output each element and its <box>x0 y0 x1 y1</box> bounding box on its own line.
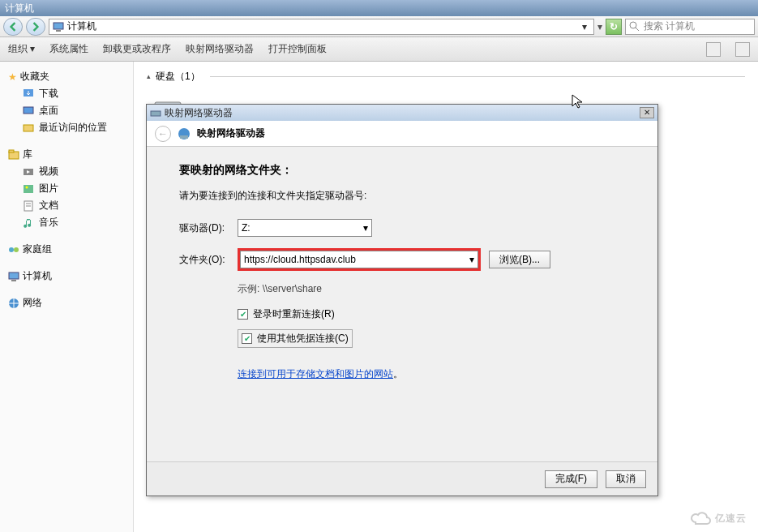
navigation-bar: 计算机 ▾ ▾ ↻ 搜索 计算机 <box>0 16 758 37</box>
help-icon[interactable] <box>735 42 750 57</box>
navigation-sidebar: ★收藏夹 下载 桌面 最近访问的位置 库 视频 图片 文档 音乐 家庭组 计算机… <box>0 62 134 532</box>
download-icon <box>23 88 34 100</box>
svg-rect-11 <box>24 185 33 193</box>
finish-button[interactable]: 完成(F) <box>545 470 597 488</box>
storage-website-link[interactable]: 连接到可用于存储文档和图片的网站 <box>238 368 393 380</box>
open-control-panel[interactable]: 打开控制面板 <box>268 42 327 56</box>
drive-value: Z: <box>242 222 251 234</box>
svg-rect-8 <box>9 150 14 152</box>
search-icon <box>629 21 640 32</box>
refresh-button[interactable]: ↻ <box>606 19 622 35</box>
search-placeholder: 搜索 计算机 <box>644 19 695 33</box>
map-drive-dialog: 映射网络驱动器 ✕ ← 映射网络驱动器 要映射的网络文件夹： 请为要连接到的连接… <box>146 104 658 496</box>
dialog-titlebar[interactable]: 映射网络驱动器 ✕ <box>147 105 657 121</box>
network-header[interactable]: 网络 <box>5 294 128 311</box>
svg-point-2 <box>630 22 636 28</box>
view-icon[interactable] <box>706 42 721 57</box>
recent-icon <box>23 122 34 134</box>
dialog-subheader: ← 映射网络驱动器 <box>147 121 657 147</box>
sidebar-item-documents[interactable]: 文档 <box>5 197 128 214</box>
divider-line <box>210 76 745 77</box>
sidebar-item-music[interactable]: 音乐 <box>5 214 128 231</box>
back-button[interactable] <box>3 18 23 36</box>
forward-button[interactable] <box>26 18 45 36</box>
star-icon: ★ <box>8 71 17 83</box>
folder-combobox[interactable]: https://cloud.httpsdav.club ▾ <box>240 251 478 268</box>
system-properties[interactable]: 系统属性 <box>49 42 88 56</box>
organize-menu[interactable]: 组织 ▾ <box>8 42 35 56</box>
drive-select[interactable]: Z: ▾ <box>238 219 372 237</box>
svg-rect-1 <box>56 30 61 32</box>
explorer-toolbar: 组织 ▾ 系统属性 卸载更或改程序 映射网络驱动器 打开控制面板 <box>0 37 758 62</box>
dialog-title-text: 映射网络驱动器 <box>165 106 233 120</box>
reconnect-checkbox-row[interactable]: ✔ 登录时重新连接(R) <box>238 307 625 321</box>
svg-rect-19 <box>11 280 16 281</box>
svg-rect-0 <box>54 23 63 29</box>
homegroup-icon <box>8 244 19 255</box>
window-titlebar: 计算机 <box>0 0 758 16</box>
dialog-heading: 要映射的网络文件夹： <box>179 163 625 178</box>
map-network-drive[interactable]: 映射网络驱动器 <box>186 42 254 56</box>
watermark: 亿速云 <box>689 511 747 526</box>
svg-rect-5 <box>24 107 33 114</box>
svg-point-17 <box>14 247 19 252</box>
search-box[interactable]: 搜索 计算机 <box>625 19 755 35</box>
address-bar[interactable]: 计算机 ▾ <box>49 19 594 35</box>
svg-rect-25 <box>180 135 188 139</box>
sidebar-item-downloads[interactable]: 下载 <box>5 85 128 102</box>
address-text: 计算机 <box>67 19 96 33</box>
sidebar-item-videos[interactable]: 视频 <box>5 163 128 180</box>
window-title: 计算机 <box>5 2 34 15</box>
svg-line-3 <box>636 28 639 31</box>
uninstall-programs[interactable]: 卸载更或改程序 <box>103 42 171 56</box>
back-arrow-icon[interactable]: ← <box>155 126 171 142</box>
folder-label: 文件夹(O): <box>179 253 229 267</box>
chevron-down-icon: ▾ <box>469 254 474 265</box>
svg-point-16 <box>9 247 14 252</box>
drive-label: 驱动器(D): <box>179 221 229 235</box>
address-dropdown-arrow[interactable]: ▾ <box>597 21 602 32</box>
favorites-header[interactable]: ★收藏夹 <box>5 68 128 85</box>
checkbox-checked-icon: ✔ <box>238 309 248 320</box>
globe-drive-icon <box>178 127 191 140</box>
document-icon <box>23 200 34 212</box>
computer-header[interactable]: 计算机 <box>0 268 133 285</box>
homegroup-header[interactable]: 家庭组 <box>5 241 128 258</box>
video-icon <box>23 166 34 178</box>
chevron-down-icon: ▾ <box>363 222 368 234</box>
checkbox-checked-icon: ✔ <box>242 333 252 344</box>
watermark-text: 亿速云 <box>715 512 747 526</box>
computer-icon <box>53 21 64 32</box>
refresh-icon: ↻ <box>610 21 618 32</box>
desktop-icon <box>23 105 34 117</box>
sidebar-item-recent[interactable]: 最近访问的位置 <box>5 119 128 136</box>
network-icon <box>8 298 19 309</box>
disk-section-label: 硬盘（1） <box>156 70 200 84</box>
svg-point-12 <box>26 186 28 188</box>
computer-icon <box>8 271 19 282</box>
address-dropdown[interactable]: ▾ <box>579 21 590 32</box>
dialog-body: 要映射的网络文件夹： 请为要连接到的连接和文件夹指定驱动器号: 驱动器(D): … <box>147 147 657 461</box>
example-text: 示例: \\server\share <box>238 282 625 296</box>
libraries-header[interactable]: 库 <box>5 146 128 163</box>
dialog-close-button[interactable]: ✕ <box>640 107 654 118</box>
sidebar-item-pictures[interactable]: 图片 <box>5 180 128 197</box>
arrow-left-icon <box>8 22 18 32</box>
sidebar-item-desktop[interactable]: 桌面 <box>5 102 128 119</box>
svg-rect-6 <box>24 125 33 131</box>
dialog-subtitle: 映射网络驱动器 <box>197 127 265 140</box>
othercreds-label: 使用其他凭据连接(C) <box>257 332 349 345</box>
dialog-prompt: 请为要连接到的连接和文件夹指定驱动器号: <box>179 189 625 203</box>
svg-rect-18 <box>9 272 19 279</box>
dialog-footer: 完成(F) 取消 <box>147 461 657 496</box>
folder-value: https://cloud.httpsdav.club <box>244 254 469 265</box>
picture-icon <box>23 183 34 195</box>
disk-section-header[interactable]: 硬盘（1） <box>147 68 745 84</box>
cancel-button[interactable]: 取消 <box>606 470 646 488</box>
cloud-icon <box>689 511 712 526</box>
library-icon <box>8 149 19 161</box>
othercreds-checkbox-row[interactable]: ✔ 使用其他凭据连接(C) <box>238 329 353 348</box>
drive-icon <box>150 107 161 118</box>
arrow-right-icon <box>31 22 41 32</box>
browse-button[interactable]: 浏览(B)... <box>489 251 550 268</box>
